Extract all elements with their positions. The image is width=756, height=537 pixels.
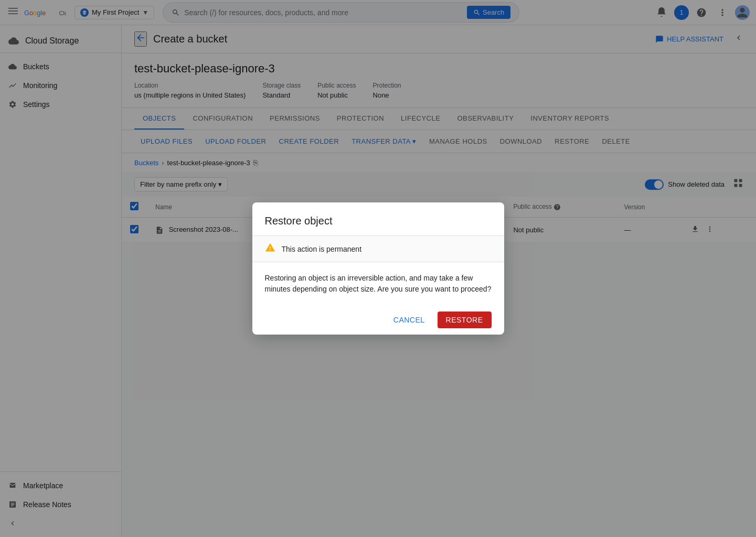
dialog-title: Restore object xyxy=(252,202,504,235)
restore-dialog: Restore object This action is permanent … xyxy=(252,202,504,335)
dialog-actions: CANCEL RESTORE xyxy=(252,305,504,335)
dialog-warning: This action is permanent xyxy=(252,235,504,262)
dialog-overlay: Restore object This action is permanent … xyxy=(0,0,756,537)
warning-icon xyxy=(265,242,275,255)
warning-text: This action is permanent xyxy=(282,245,362,253)
cancel-button[interactable]: CANCEL xyxy=(385,312,433,328)
restore-confirm-button[interactable]: RESTORE xyxy=(438,312,492,328)
dialog-body: Restoring an object is an irreversible a… xyxy=(252,262,504,305)
